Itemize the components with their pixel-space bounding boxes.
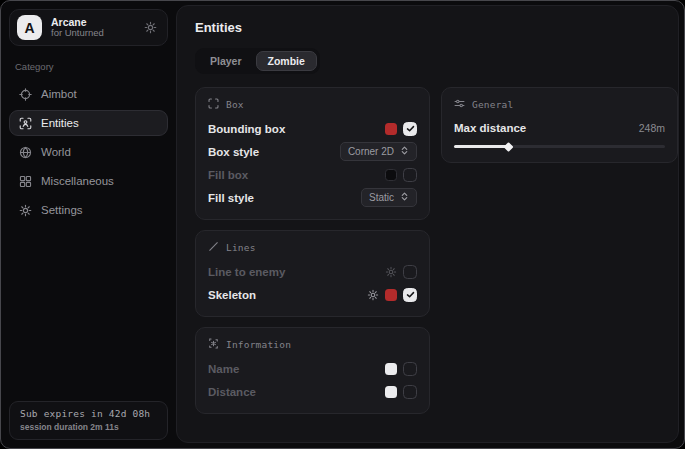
category-label: Category xyxy=(15,61,168,72)
line-to-enemy-row: Line to enemy xyxy=(208,260,417,283)
bounding-box-color-swatch[interactable] xyxy=(385,123,397,135)
box-card-title: Box xyxy=(226,99,244,110)
distance-color-swatch[interactable] xyxy=(385,386,397,398)
lines-card: Lines Line to enemy xyxy=(195,230,430,317)
sidebar: A Arcane for Unturned Category xyxy=(1,1,176,448)
sidebar-nav: Aimbot Entities xyxy=(9,81,168,223)
brand-card: A Arcane for Unturned xyxy=(9,9,168,46)
box-card: Box Bounding box Box style xyxy=(195,87,430,220)
left-column: Box Bounding box Box style xyxy=(195,87,430,414)
entity-scan-icon xyxy=(19,117,32,130)
name-checkbox[interactable] xyxy=(403,362,417,376)
information-card: Information Name Distance xyxy=(195,327,430,414)
sidebar-item-label: Miscellaneous xyxy=(41,175,114,187)
information-card-title: Information xyxy=(226,339,291,350)
fill-box-color-swatch[interactable] xyxy=(385,169,397,181)
name-color-swatch[interactable] xyxy=(385,363,397,375)
sidebar-item-entities[interactable]: Entities xyxy=(9,110,168,136)
max-distance-value: 248m xyxy=(639,122,665,134)
name-row: Name xyxy=(208,357,417,380)
line-to-enemy-checkbox[interactable] xyxy=(403,265,417,279)
general-card-header: General xyxy=(454,97,665,111)
session-duration-text: session duration 2m 11s xyxy=(20,422,157,432)
app-window: A Arcane for Unturned Category xyxy=(0,0,685,449)
distance-row: Distance xyxy=(208,380,417,403)
sub-expires-text: Sub expires in 42d 08h xyxy=(20,408,157,419)
distance-checkbox[interactable] xyxy=(403,385,417,399)
sidebar-item-label: World xyxy=(41,146,71,158)
box-style-value: Corner 2D xyxy=(348,146,394,157)
slider-thumb[interactable] xyxy=(503,142,513,152)
general-card: General Max distance 248m xyxy=(441,87,678,163)
brand-gear-icon[interactable] xyxy=(144,21,157,34)
lines-card-title: Lines xyxy=(226,242,256,253)
box-card-header: Box xyxy=(208,97,417,111)
bounding-box-row: Bounding box xyxy=(208,117,417,140)
fill-style-dropdown[interactable]: Static xyxy=(361,188,417,207)
grid-icon xyxy=(19,175,32,188)
name-label: Name xyxy=(208,363,239,375)
fill-box-label: Fill box xyxy=(208,169,248,181)
max-distance-label: Max distance xyxy=(454,122,526,134)
max-distance-row: Max distance 248m xyxy=(454,117,665,138)
max-distance-slider[interactable] xyxy=(454,145,665,148)
fill-style-row: Fill style Static xyxy=(208,186,417,209)
skeleton-checkbox[interactable] xyxy=(403,288,417,302)
sidebar-item-aimbot[interactable]: Aimbot xyxy=(9,81,168,107)
line-to-enemy-label: Line to enemy xyxy=(208,266,285,278)
lines-card-header: Lines xyxy=(208,240,417,254)
fill-style-value: Static xyxy=(369,192,394,203)
right-column: General Max distance 248m xyxy=(441,87,678,163)
fill-style-label: Fill style xyxy=(208,192,254,204)
sidebar-item-miscellaneous[interactable]: Miscellaneous xyxy=(9,168,168,194)
fill-box-row: Fill box xyxy=(208,163,417,186)
box-scan-icon xyxy=(208,95,219,113)
distance-label: Distance xyxy=(208,386,256,398)
globe-icon xyxy=(19,146,32,159)
fill-box-checkbox[interactable] xyxy=(403,168,417,182)
content-columns: Box Bounding box Box style xyxy=(195,87,678,414)
tab-zombie[interactable]: Zombie xyxy=(256,51,317,71)
sidebar-item-label: Aimbot xyxy=(41,88,77,100)
tab-bar: Player Zombie xyxy=(195,48,320,74)
skeleton-settings-icon[interactable] xyxy=(367,289,379,301)
sidebar-item-world[interactable]: World xyxy=(9,139,168,165)
box-style-row: Box style Corner 2D xyxy=(208,140,417,163)
chevrons-updown-icon xyxy=(400,192,409,203)
brand-text: Arcane for Unturned xyxy=(51,16,135,39)
crosshair-icon xyxy=(19,88,32,101)
bounding-box-label: Bounding box xyxy=(208,123,285,135)
page-title: Entities xyxy=(195,20,678,35)
main-panel: Entities Player Zombie Box xyxy=(176,5,679,443)
tab-player[interactable]: Player xyxy=(198,51,254,71)
gear-icon xyxy=(19,204,32,217)
skeleton-row: Skeleton xyxy=(208,283,417,306)
skeleton-color-swatch[interactable] xyxy=(385,289,397,301)
information-icon xyxy=(208,335,219,353)
box-style-label: Box style xyxy=(208,146,259,158)
sidebar-item-settings[interactable]: Settings xyxy=(9,197,168,223)
sidebar-item-label: Entities xyxy=(41,117,79,129)
line-icon xyxy=(208,238,219,256)
slider-fill xyxy=(454,145,508,148)
information-card-header: Information xyxy=(208,337,417,351)
skeleton-label: Skeleton xyxy=(208,289,256,301)
sidebar-item-label: Settings xyxy=(41,204,83,216)
line-to-enemy-settings-icon[interactable] xyxy=(385,266,397,278)
app-subtitle: for Unturned xyxy=(51,28,135,39)
box-style-dropdown[interactable]: Corner 2D xyxy=(340,142,417,161)
chevrons-updown-icon xyxy=(400,146,409,157)
app-logo: A xyxy=(17,15,42,40)
sliders-icon xyxy=(454,95,465,113)
subscription-box: Sub expires in 42d 08h session duration … xyxy=(9,401,168,440)
general-card-title: General xyxy=(472,99,513,110)
bounding-box-checkbox[interactable] xyxy=(403,122,417,136)
